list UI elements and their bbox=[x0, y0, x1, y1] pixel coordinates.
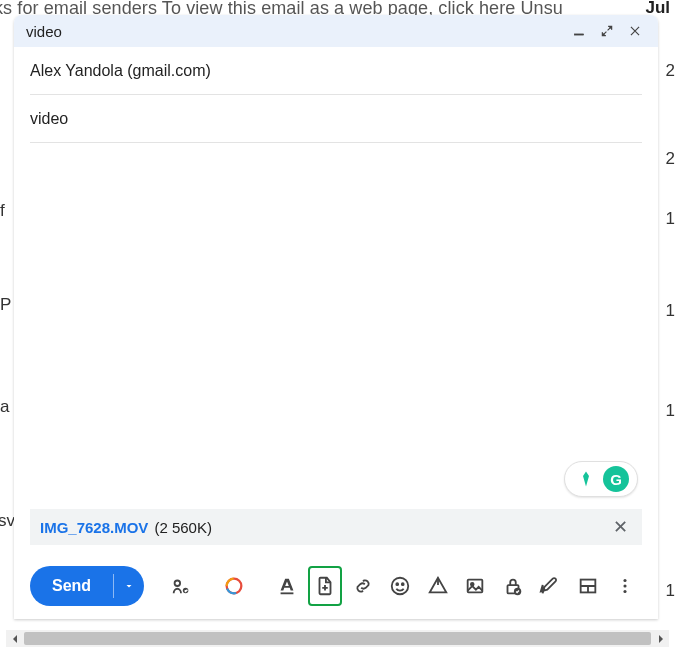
compose-fields: Alex Yandola (gmail.com) video bbox=[14, 47, 658, 143]
colorpicker-icon[interactable] bbox=[217, 566, 251, 606]
compose-toolbar: Send bbox=[14, 553, 658, 619]
bg-row: 1 bbox=[665, 210, 675, 227]
attachment-name: IMG_7628.MOV bbox=[40, 519, 148, 536]
attachment-chip[interactable]: IMG_7628.MOV (2 560K) ✕ bbox=[30, 509, 642, 545]
svg-point-16 bbox=[624, 584, 627, 587]
attachment-zone: IMG_7628.MOV (2 560K) ✕ bbox=[14, 509, 658, 553]
svg-rect-0 bbox=[574, 34, 583, 35]
layout-icon[interactable] bbox=[571, 566, 605, 606]
svg-point-8 bbox=[397, 583, 399, 585]
svg-point-1 bbox=[174, 581, 180, 587]
insert-link-icon[interactable] bbox=[346, 566, 380, 606]
send-button[interactable]: Send bbox=[30, 566, 113, 606]
confidential-mode-icon[interactable] bbox=[496, 566, 530, 606]
svg-point-15 bbox=[624, 579, 627, 582]
subject-field[interactable]: video bbox=[30, 95, 642, 143]
svg-point-7 bbox=[392, 578, 409, 595]
compose-title: video bbox=[26, 23, 562, 40]
bg-row: f bbox=[0, 202, 10, 219]
svg-rect-6 bbox=[281, 592, 294, 594]
diamond-icon[interactable] bbox=[573, 466, 599, 492]
bg-row: 2 bbox=[665, 62, 675, 79]
drive-icon[interactable] bbox=[421, 566, 455, 606]
emoji-icon[interactable] bbox=[383, 566, 417, 606]
scroll-left-icon[interactable] bbox=[6, 630, 23, 647]
send-options-dropdown[interactable] bbox=[114, 566, 144, 606]
bg-row: 2 bbox=[665, 150, 675, 167]
svg-point-9 bbox=[402, 583, 404, 585]
svg-point-17 bbox=[624, 590, 627, 593]
horizontal-scrollbar[interactable] bbox=[6, 630, 669, 647]
more-options-icon[interactable] bbox=[609, 566, 643, 606]
compose-header: video bbox=[14, 15, 658, 47]
attachment-size: (2 560K) bbox=[154, 519, 212, 536]
signature-icon[interactable] bbox=[164, 566, 198, 606]
expand-icon[interactable] bbox=[596, 20, 618, 42]
svg-rect-10 bbox=[468, 580, 483, 593]
compose-body[interactable]: G bbox=[14, 143, 658, 509]
bg-row: P bbox=[0, 296, 10, 313]
close-icon[interactable] bbox=[624, 20, 646, 42]
bg-row: 1 bbox=[665, 402, 675, 419]
text-format-icon[interactable] bbox=[270, 566, 304, 606]
minimize-icon[interactable] bbox=[568, 20, 590, 42]
scroll-track[interactable] bbox=[24, 632, 651, 645]
grammarly-badge-group: G bbox=[564, 461, 638, 497]
recipient-field[interactable]: Alex Yandola (gmail.com) bbox=[30, 47, 642, 95]
send-button-group: Send bbox=[30, 566, 144, 606]
attachment-remove-icon[interactable]: ✕ bbox=[609, 512, 632, 542]
insert-image-icon[interactable] bbox=[458, 566, 492, 606]
grammarly-icon[interactable]: G bbox=[603, 466, 629, 492]
bg-row: 1 bbox=[665, 582, 675, 599]
bg-row: 1 bbox=[665, 302, 675, 319]
scroll-right-icon[interactable] bbox=[652, 630, 669, 647]
bg-row: a bbox=[0, 398, 10, 415]
compose-window: video Alex Yandola (gmail.com) video G I… bbox=[14, 15, 658, 619]
ink-signature-icon[interactable] bbox=[533, 566, 567, 606]
attach-file-icon[interactable] bbox=[308, 566, 342, 606]
bg-row: sv bbox=[0, 512, 8, 529]
